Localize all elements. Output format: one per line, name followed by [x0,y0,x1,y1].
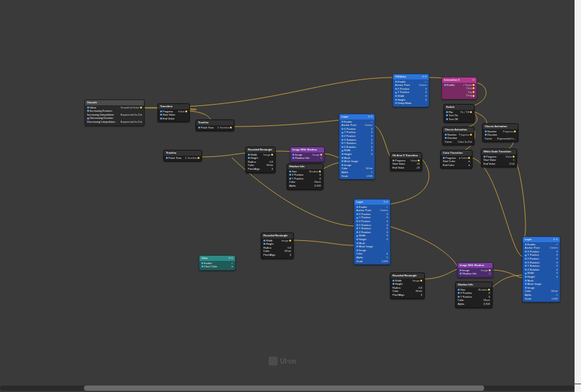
scrollbar-corner [575,384,581,392]
node-title: CHI Area [395,75,406,79]
node-body: ProgressValueStart ValueEnd Value [158,109,189,122]
node-body: WidthImageHeightRadius0.0ColorWhitePixel… [391,278,424,298]
node-hit-area-x-transition[interactable]: Hit Area X Transition ProgressValueStart… [390,152,422,171]
node-color-transition[interactable]: Color Transition Progress●ColorStart Col… [440,150,473,169]
node-body: Progress●ColorStart Color●End Color● [441,156,472,169]
node-timeline-2[interactable]: Timeline Patch Time1Timeline [163,150,202,161]
node-transition[interactable]: Transition ProgressValueStart ValueEnd V… [158,103,190,122]
node-body: Enable✓Anchor PointCenterX Position0Y Po… [354,205,390,265]
node-body: ProgressValueStart Value1End Value0.54 [482,154,516,167]
node-clear[interactable]: Clear Enable✓Chart Color● [199,255,236,271]
node-body: Enable✓Chart Color● [199,261,235,270]
node-title: Layer [525,238,532,242]
node-body: ValueSmoothed ValueIncreasing DurationIn… [85,105,144,125]
node-title: Interaction 2 [444,78,460,82]
node-body: ImageImageShadow Info□ [458,268,493,277]
node-title: Color Transition [443,151,463,155]
node-title: Timeline [166,151,176,155]
node-title: Smooth [87,101,97,105]
node-timeline-1[interactable]: Timeline Patch Time1Timeline [196,119,234,131]
node-body: WidthImageHeightRadius0.0ColorWhitePixel… [246,152,275,172]
node-title-buttons[interactable] [553,238,558,240]
node-title: Switch [446,105,454,109]
node-title: Shadow Info [458,283,473,287]
node-title-buttons[interactable] [368,116,372,118]
node-title: Clear [201,256,208,260]
node-title: Rounded Rectangle [392,274,417,278]
node-smooth[interactable]: Smooth ValueSmoothed ValueIncreasing Dur… [85,99,145,126]
node-image-with-shadow-2[interactable]: Image With Shadow ImageImageShadow Info□ [457,262,493,278]
node-title: Timeline [198,121,209,125]
horizontal-scrollbar-thumb[interactable] [84,386,484,391]
node-rounded-rect-1[interactable]: Rounded Rectangle WidthImageHeightRadius… [245,147,276,173]
node-body: Enable✓Anchor PointCenterX Position0Y Po… [393,79,429,107]
node-classic-animation-1[interactable]: Classic Animation NumberProgressDuration… [442,127,474,145]
node-white-scale-transition[interactable]: White Scale Transition ProgressValueStar… [481,149,517,167]
watermark-text: UI·cn [280,358,296,365]
node-title: Classic Animation [445,128,467,132]
node-body: Patch Time1Timeline [164,156,201,161]
node-title: Image With Shadow [292,148,317,152]
node-title-buttons[interactable] [229,257,233,259]
node-image-with-shadow-1[interactable]: Image With Shadow ImageImageShadow Info□ [290,147,325,162]
watermark: UI·cn [269,356,296,366]
node-title: Shadow Info [289,165,305,169]
node-body: WidthImageHeightRadius0.0ColorWhitePixel… [261,238,293,258]
node-body: Patch Time1Timeline [196,125,234,131]
node-shadow-info-1[interactable]: Shadow Info SizeShadowX Position0Y Posit… [287,163,323,190]
node-title: Hit Area X Transition [392,154,418,158]
node-body: FlipOn / OffTurn OnTurn Off [444,110,474,123]
node-switch[interactable]: Switch FlipOn / OffTurn OnTurn Off [443,104,474,123]
node-body: Enable✓Anchor PointCenterX Position0Y Po… [340,119,374,180]
node-body: NumberProgressDurationCurveColor In-Out [443,132,474,145]
node-layer-3[interactable]: Layer Enable✓Anchor PointCenterX Positio… [522,236,560,302]
node-rounded-rect-3[interactable]: Rounded Rectangle WidthImageHeightRadius… [390,273,425,299]
node-body: ProgressValueStart Value20End Value-20 [391,158,422,171]
node-body: Enable✓Anchor PointCenterX Position0Y Po… [523,242,560,302]
node-rounded-rect-2[interactable]: Rounded Rectangle WidthImageHeightRadius… [261,232,294,259]
node-body: SizeShadowX Position0Y Position0ColorBla… [287,169,323,189]
node-interaction-2[interactable]: Interaction 2 Enable✓DownClickTapDrag [442,77,477,99]
watermark-logo-icon [269,356,278,366]
node-body: Enable✓DownClickTapDrag [442,83,476,99]
node-body: SizeShadowX Position0Y Position0ColorBla… [456,287,492,307]
node-title: Layer [356,200,363,204]
node-shadow-info-2[interactable]: Shadow Info SizeShadowX Position0Y Posit… [455,282,493,308]
node-title: Layer [341,115,349,119]
node-title: Rounded Rectangle [263,234,288,238]
vertical-scrollbar-track[interactable] [575,0,581,384]
node-title: Transition [160,105,172,108]
horizontal-scrollbar-track[interactable] [0,386,575,391]
node-title-buttons[interactable] [383,201,388,203]
node-chi-area[interactable]: CHI Area Enable✓Anchor PointCenterX Posi… [392,74,429,107]
node-title: Classic Animation [485,125,507,129]
node-body: ImageImageShadow Info□ [290,152,324,161]
node-layer-2[interactable]: Layer Enable✓Anchor PointCenterX Positio… [354,199,391,265]
node-title-buttons[interactable] [473,79,474,81]
node-title: Image With Shadow [460,263,484,267]
node-classic-animation-2[interactable]: Classic Animation NumberProgressDuration… [482,123,518,142]
node-title-buttons[interactable] [422,76,427,77]
node-title: Rounded Rectangle [248,148,272,152]
node-body: NumberProgressDurationCurveExponential I… [483,129,518,142]
node-layer-1[interactable]: Layer Enable✓Anchor PointCenterX Positio… [339,114,375,180]
node-title: White Scale Transition [484,150,511,154]
